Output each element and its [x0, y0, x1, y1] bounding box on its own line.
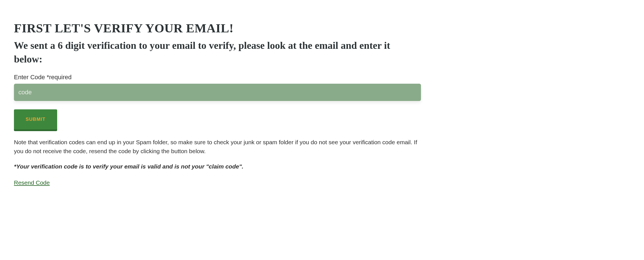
- page-title: FIRST LET'S VERIFY YOUR EMAIL!: [14, 21, 421, 35]
- resend-code-link[interactable]: Resend Code: [14, 179, 50, 186]
- claim-code-disclaimer: *Your verification code is to verify you…: [14, 163, 421, 170]
- spam-folder-note: Note that verification codes can end up …: [14, 138, 421, 155]
- code-input-label: Enter Code *required: [14, 74, 421, 81]
- verify-email-container: FIRST LET'S VERIFY YOUR EMAIL! We sent a…: [14, 21, 421, 186]
- submit-button[interactable]: SUBMIT: [14, 109, 57, 129]
- code-input[interactable]: [14, 84, 421, 101]
- page-subtitle: We sent a 6 digit verification to your e…: [14, 39, 421, 66]
